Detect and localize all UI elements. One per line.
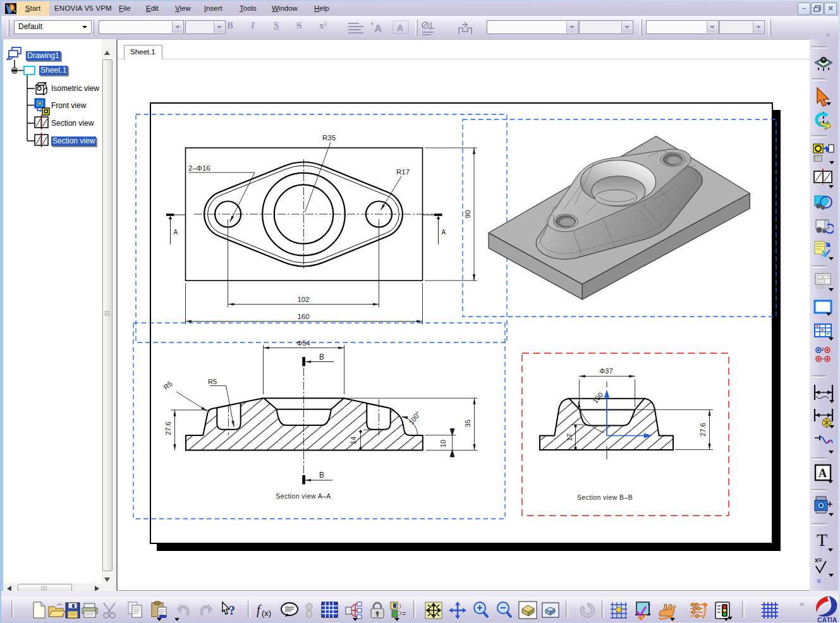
svg-text:+: +	[370, 20, 374, 27]
svg-text:A: A	[442, 229, 446, 236]
svg-text:160: 160	[297, 313, 309, 320]
svg-text:90: 90	[464, 210, 472, 219]
svg-text:B: B	[319, 353, 324, 361]
svg-text:2–Φ16: 2–Φ16	[188, 164, 210, 172]
svg-text:?: ?	[229, 603, 235, 617]
svg-text:Section view A–A: Section view A–A	[276, 492, 331, 500]
svg-text:27.6: 27.6	[699, 423, 707, 436]
svg-text:10: 10	[439, 440, 447, 447]
svg-text:27.6: 27.6	[164, 421, 172, 435]
svg-text:T: T	[817, 531, 827, 550]
svg-text:A: A	[374, 23, 382, 34]
svg-text:(x): (x)	[262, 608, 271, 618]
svg-text:=: =	[402, 610, 406, 617]
svg-text:Φ54: Φ54	[296, 339, 310, 347]
svg-text:R17: R17	[396, 168, 410, 176]
svg-text:102: 102	[297, 296, 309, 303]
svg-text:A: A	[819, 467, 827, 480]
svg-text:14: 14	[350, 437, 357, 444]
svg-text:35: 35	[464, 420, 472, 427]
svg-text:R5: R5	[208, 378, 217, 385]
svg-text:A: A	[174, 229, 178, 236]
svg-text:R35: R35	[322, 134, 336, 142]
svg-text:f: f	[257, 603, 262, 617]
svg-text:Φ37: Φ37	[599, 367, 612, 375]
svg-text:CATIA: CATIA	[817, 616, 837, 623]
svg-text:A: A	[397, 23, 403, 33]
svg-text:17: 17	[566, 433, 573, 441]
svg-text:x=: x=	[815, 557, 822, 564]
svg-text:B: B	[319, 471, 324, 480]
svg-text:Section view B–B: Section view B–B	[577, 493, 633, 501]
